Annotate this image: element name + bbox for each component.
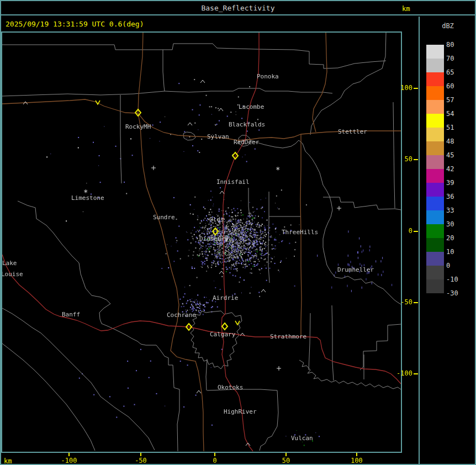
county-boundary — [163, 50, 165, 91]
city-label: Okotoks — [218, 384, 243, 391]
colorbar-tick-label: 80 — [446, 41, 472, 49]
highway-brown — [2, 99, 138, 113]
city-label: Limestone — [71, 194, 104, 202]
county-boundary — [191, 311, 242, 369]
colorbar-tick-label: 48 — [446, 138, 472, 145]
county-boundary — [323, 197, 401, 210]
x-tick-label: -100 — [52, 457, 86, 464]
colorbar-swatch — [426, 183, 444, 197]
vee-marker-icon — [235, 321, 240, 325]
colorbar-swatch — [426, 279, 444, 293]
colorbar-tick-label: 39 — [446, 179, 472, 187]
county-boundary — [2, 44, 386, 68]
county-boundary — [2, 308, 155, 450]
radar-window: Base_Reflectivity 2025/09/19 13:31:59 UT… — [0, 0, 476, 465]
county-boundary — [332, 305, 334, 381]
city-label: Vulcan — [291, 435, 313, 442]
city-label: Lake — [2, 260, 17, 267]
city-label: Louise — [2, 271, 23, 278]
colorbar-swatch — [426, 155, 444, 169]
colorbar-tick-label: 30 — [446, 220, 472, 228]
y-tick — [414, 302, 418, 303]
city-label: Lacombe — [239, 103, 264, 110]
y-tick-label: 50 — [388, 155, 412, 163]
status-bar: 2025/09/19 13:31:59 UTC 0.6(deg) — [1, 17, 419, 31]
caret-marker-icon — [219, 271, 224, 274]
colorbar-tick-label: 36 — [446, 193, 472, 200]
x-tick-label: 0 — [198, 457, 231, 464]
y-tick — [414, 373, 418, 374]
county-boundary — [206, 359, 207, 390]
city-label: Sylvan — [207, 133, 229, 140]
x-tick — [140, 453, 141, 456]
x-tick — [285, 453, 287, 456]
colorbar-tick-label: 33 — [446, 207, 472, 214]
city-label: Airdrie — [213, 294, 238, 302]
highway-red — [2, 255, 225, 333]
caret-marker-icon — [220, 191, 224, 194]
highway-brown — [313, 33, 327, 132]
county-boundary — [309, 313, 310, 370]
timestamp-label: 2025/09/19 13:31:59 UTC 0.6(deg) — [6, 20, 144, 28]
y-tick — [414, 231, 418, 232]
radar-site-diamond-icon — [222, 323, 228, 330]
colorbar-swatch — [426, 59, 444, 72]
colorbar-swatch — [426, 197, 444, 210]
colorbar-tick-label: 0 — [446, 262, 472, 270]
map-panel[interactable]: **PonokaLacombeBlackfaldsSylvanRedDeerSt… — [1, 31, 402, 453]
plus-marker-icon — [151, 166, 156, 170]
y-tick — [414, 159, 418, 160]
highway-red — [225, 333, 401, 384]
county-boundary — [268, 192, 269, 283]
caret-marker-icon — [219, 108, 223, 111]
colorbar-tick-label: 20 — [446, 234, 472, 242]
city-label: Strathmore — [270, 333, 306, 340]
colorbar-title: dBZ — [426, 22, 469, 30]
county-boundary — [360, 324, 401, 370]
window-title: Base_Reflectivity — [201, 4, 274, 12]
colorbar-tick-label: 51 — [446, 124, 472, 131]
city-label: Stettler — [338, 128, 367, 135]
plus-marker-icon — [337, 206, 341, 210]
highway-brown — [138, 33, 204, 451]
colorbar-tick-label: 60 — [446, 82, 472, 90]
city-label: Olds — [209, 216, 224, 223]
colorbar-tick-label: 45 — [446, 151, 472, 159]
city-label: RockyMH — [125, 123, 151, 130]
colorbar-swatch — [426, 86, 444, 100]
colorbar-swatch — [426, 128, 444, 141]
city-label: Calgary — [210, 331, 236, 338]
caret-marker-icon — [197, 390, 201, 393]
x-axis-unit-label: km — [4, 457, 12, 465]
caret-marker-icon — [200, 80, 205, 83]
colorbar-panel: dBZ 807065605754514845423936333020100-10… — [420, 17, 476, 465]
colorbar-tick-label: 54 — [446, 110, 472, 118]
county-boundary — [2, 88, 332, 96]
y-axis-unit-label: km — [402, 5, 417, 13]
colorbar-tick-label: 65 — [446, 68, 472, 76]
x-tick-label: 100 — [340, 457, 373, 464]
colorbar-swatch — [426, 45, 444, 59]
y-tick-label: -50 — [388, 298, 412, 306]
highway-brown — [138, 113, 401, 140]
colorbar-swatch — [426, 169, 444, 183]
city-label: HighRiver — [224, 408, 257, 415]
city-label: Blackfalds — [229, 121, 265, 128]
colorbar-swatch — [426, 210, 444, 224]
county-boundary — [18, 201, 179, 451]
city-label: Ponoka — [257, 73, 279, 80]
colorbar-swatch — [426, 266, 444, 279]
colorbar-swatch — [426, 238, 444, 252]
plus-marker-icon — [277, 366, 281, 371]
x-tick-label: -50 — [124, 457, 157, 464]
city-label: Sundre — [153, 214, 175, 221]
county-boundary — [2, 344, 95, 451]
colorbar-tick-label: -10 — [446, 276, 472, 283]
county-boundary — [239, 139, 401, 304]
colorbar-swatch — [426, 141, 444, 155]
colorbar-tick-label: 57 — [446, 96, 472, 104]
radar-site-diamond-icon — [213, 228, 218, 235]
colorbar-tick-label: 42 — [446, 165, 472, 173]
y-tick — [414, 88, 418, 89]
city-label: Didsbury — [199, 235, 229, 242]
